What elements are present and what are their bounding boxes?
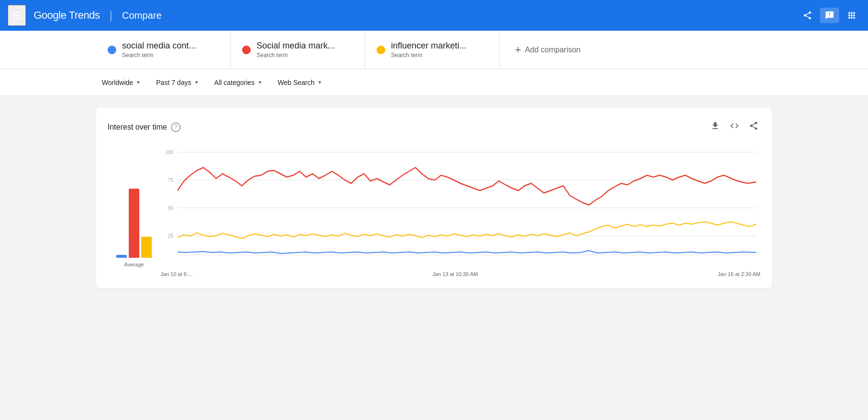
menu-button[interactable]: ☰ xyxy=(8,5,26,26)
type-filter-label: Web Search xyxy=(278,79,315,86)
term2-type: Search term xyxy=(257,52,335,59)
term1-label: social media cont... xyxy=(122,41,196,51)
chart-body: Average 100 75 50 25 xyxy=(108,143,760,277)
time-filter-arrow: ▼ xyxy=(194,80,199,85)
bar-red xyxy=(129,189,139,258)
geo-filter-arrow: ▼ xyxy=(136,80,141,85)
share-icon xyxy=(803,11,812,20)
interest-over-time-card: Interest over time ? xyxy=(96,108,772,288)
category-filter[interactable]: All categories ▼ xyxy=(208,75,268,90)
page-title: Compare xyxy=(122,10,161,21)
term2-label: Social media mark... xyxy=(257,41,335,51)
x-label-2: Jan 13 at 10:30 AM xyxy=(432,271,478,277)
header-divider: | xyxy=(110,9,112,22)
type-filter[interactable]: Web Search ▼ xyxy=(272,75,328,90)
chart-header: Interest over time ? xyxy=(108,119,760,135)
svg-text:100: 100 xyxy=(165,150,173,156)
share-button[interactable] xyxy=(799,7,816,24)
svg-text:75: 75 xyxy=(168,178,173,183)
svg-text:25: 25 xyxy=(168,233,173,239)
term3-text: influencer marketi... Search term xyxy=(391,41,466,59)
x-label-3: Jan 16 at 2:30 AM xyxy=(718,271,760,277)
chart-actions xyxy=(709,119,760,135)
term2-dot xyxy=(242,46,251,54)
line-chart-svg: 100 75 50 25 xyxy=(160,143,760,267)
embed-button[interactable] xyxy=(728,119,741,135)
main-content: Interest over time ? xyxy=(0,96,868,300)
plus-icon: + xyxy=(515,44,521,56)
feedback-button[interactable] xyxy=(820,8,839,23)
bar-chart-bars xyxy=(116,162,152,258)
term3-label: influencer marketi... xyxy=(391,41,466,51)
chart-title-row: Interest over time ? xyxy=(108,122,181,132)
average-bar-chart: Average xyxy=(108,143,160,277)
app-logo: Google Trends xyxy=(34,9,100,22)
chart-share-icon xyxy=(749,121,758,131)
time-filter[interactable]: Past 7 days ▼ xyxy=(150,75,205,90)
svg-text:50: 50 xyxy=(168,205,173,211)
help-icon-text: ? xyxy=(174,124,177,131)
bar-yellow xyxy=(141,237,152,258)
embed-icon xyxy=(730,121,739,131)
blue-line xyxy=(178,251,756,253)
x-label-1: Jan 10 at 6:... xyxy=(160,271,193,277)
apps-button[interactable] xyxy=(843,7,860,24)
x-axis-labels: Jan 10 at 6:... Jan 13 at 10:30 AM Jan 1… xyxy=(160,269,760,277)
chart-share-button[interactable] xyxy=(747,119,760,135)
feedback-icon xyxy=(825,11,834,20)
category-filter-label: All categories xyxy=(214,79,255,86)
term1-dot xyxy=(108,46,116,54)
download-button[interactable] xyxy=(709,119,722,135)
chart-title: Interest over time xyxy=(108,123,167,132)
red-line xyxy=(178,168,756,205)
term1-type: Search term xyxy=(122,52,196,59)
geo-filter-label: Worldwide xyxy=(102,79,133,86)
add-comparison-label: Add comparison xyxy=(525,46,581,54)
download-icon xyxy=(710,121,720,131)
term2-text: Social media mark... Search term xyxy=(257,41,335,59)
category-filter-arrow: ▼ xyxy=(257,80,262,85)
geo-filter[interactable]: Worldwide ▼ xyxy=(96,75,147,90)
time-filter-label: Past 7 days xyxy=(156,79,191,86)
search-terms-bar: social media cont... Search term Social … xyxy=(0,31,868,69)
average-label: Average xyxy=(124,262,144,267)
help-icon[interactable]: ? xyxy=(171,122,181,132)
search-term-3[interactable]: influencer marketi... Search term xyxy=(365,31,500,69)
term1-text: social media cont... Search term xyxy=(122,41,196,59)
term3-dot xyxy=(377,46,385,54)
filters-bar: Worldwide ▼ Past 7 days ▼ All categories… xyxy=(0,69,868,96)
line-chart: 100 75 50 25 Jan 10 at 6:... Jan 13 at 1… xyxy=(160,143,760,277)
search-term-1[interactable]: social media cont... Search term xyxy=(96,31,231,69)
header-actions xyxy=(799,7,860,24)
yellow-line xyxy=(178,222,756,239)
term3-type: Search term xyxy=(391,52,466,59)
bar-blue xyxy=(116,255,127,258)
app-header: ☰ Google Trends | Compare xyxy=(0,0,868,31)
apps-icon xyxy=(847,11,856,20)
add-comparison-button[interactable]: + Add comparison xyxy=(500,31,596,69)
search-term-2[interactable]: Social media mark... Search term xyxy=(231,31,365,69)
type-filter-arrow: ▼ xyxy=(318,80,322,85)
